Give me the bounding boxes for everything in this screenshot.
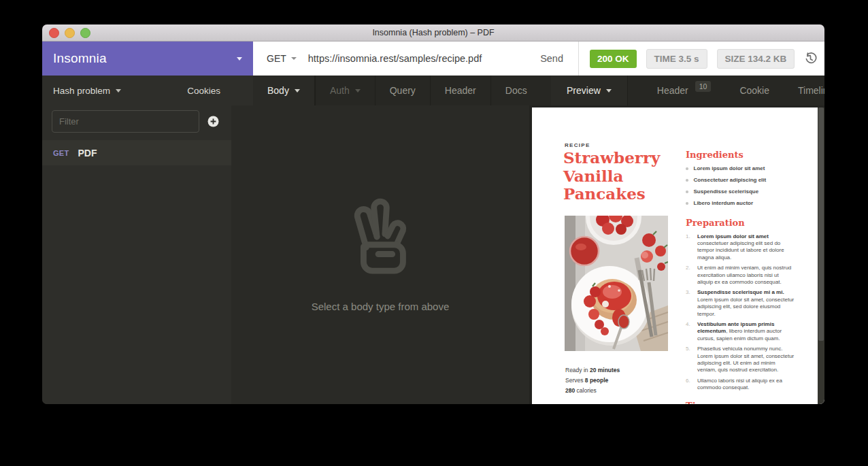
list-item: 1.Lorem ipsum dolor sit amet consectetue… [686,233,795,262]
request-tabs: Body Auth Query Header Docs [253,76,551,105]
tab-timeline[interactable]: Timeline [784,76,824,105]
pdf-scrollbar-thumb[interactable] [818,107,824,341]
tab-docs[interactable]: Docs [490,76,541,105]
sidebar-request-item-pdf[interactable]: GET PDF [42,140,231,165]
window-title: Insomnia (Hash problem) – PDF [42,24,824,41]
plus-circle-icon [207,116,219,127]
time-badge: TIME 3.5 s [646,49,707,69]
cookies-button[interactable]: Cookies [187,86,220,96]
tab-body[interactable]: Body [253,76,315,105]
workspace-name-dropdown[interactable]: Hash problem [53,86,121,96]
bullet-icon [686,190,688,193]
tab-response-header[interactable]: Header 10 [643,76,726,105]
request-name-label: PDF [78,148,97,159]
status-badge: 200 OK [590,50,637,68]
list-item: Suspendisse scelerisque [686,188,795,196]
list-item: 2.Ut enim ad minim veniam, quis nostrud … [686,265,795,286]
recipe-right-column: Ingredients Lorem ipsum dolor sit amet C… [686,150,795,404]
tab-header[interactable]: Header [430,76,490,105]
tab-preview[interactable]: Preview [551,76,628,105]
list-item: 6.Ullamco laboris nisi ut aliquip ex ea … [686,378,795,392]
list-item: 5.Phasellus vehicula nonummy nunc. Lorem… [686,346,795,374]
chevron-down-icon [295,89,300,93]
response-history-button[interactable] [804,52,817,65]
filter-input[interactable] [52,110,199,133]
header-count-badge: 10 [695,81,712,92]
chevron-down-icon [291,57,297,60]
recipe-meta: Ready in 20 minutes Serves 8 people 280 … [565,365,620,395]
workspace-header-dropdown[interactable]: Insomnia [42,41,253,76]
empty-body-message: Select a body type from above [231,301,529,312]
tips-heading: Tips [686,401,795,404]
recipe-photo [565,216,668,351]
chevron-down-icon [355,89,361,93]
chevron-down-icon [606,89,612,93]
response-meta-bar: 200 OK TIME 3.5 s SIZE 134.2 KB [578,41,824,76]
list-item: Consectetuer adipiscing elit [686,177,795,184]
sidebar-toolbar: Hash problem Cookies [42,76,253,105]
tab-auth[interactable]: Auth [315,76,375,105]
meta-line: Ready in 20 minutes [565,365,620,376]
window-titlebar: Insomnia (Hash problem) – PDF [42,24,824,41]
bullet-icon [686,167,688,170]
pdf-preview-panel: RECIPE Strawberry Vanilla Pancakes [529,105,824,404]
preparation-heading: Preparation [686,218,795,228]
pdf-scrollbar[interactable] [818,107,824,404]
ingredients-heading: Ingredients [686,150,795,160]
method-dropdown[interactable]: GET [267,53,297,64]
workspace-name: Hash problem [53,86,110,96]
meta-line: 280 calories [565,386,620,396]
pdf-title: Strawberry Vanilla Pancakes [563,149,672,203]
bullet-icon [686,179,688,182]
add-request-button[interactable] [207,116,219,127]
pdf-kicker: RECIPE [565,142,590,148]
tab-cookie[interactable]: Cookie [725,76,784,105]
request-method-label: GET [53,149,69,157]
method-label: GET [267,53,286,64]
chevron-down-icon [237,57,242,61]
send-button[interactable]: Send [539,49,565,68]
peace-hand-icon [340,194,420,278]
list-item: Lorem ipsum dolor sit amet [686,165,795,173]
app-name: Insomnia [53,51,107,66]
meta-line: Serves 8 people [565,376,620,386]
insomnia-window: Insomnia (Hash problem) – PDF Insomnia G… [42,24,824,404]
history-clock-icon [804,52,817,65]
url-input[interactable]: https://insomnia.rest/samples/recipe.pdf [308,53,533,64]
size-badge: SIZE 134.2 KB [717,49,795,69]
sidebar: GET PDF [42,105,231,404]
chevron-down-icon [116,89,121,93]
tab-query[interactable]: Query [375,76,430,105]
url-bar: GET https://insomnia.rest/samples/recipe… [253,41,578,76]
list-item: Libero interdum auctor [686,200,795,207]
list-item: 3.Suspendisse scelerisque mi a mi. Lorem… [686,289,795,318]
request-body-panel: Select a body type from above [231,105,529,404]
list-item: 4.Vestibulum ante ipsum primis elementum… [686,321,795,342]
response-tabs: Preview Header 10 Cookie Timeline [551,76,824,105]
bullet-icon [686,202,688,205]
